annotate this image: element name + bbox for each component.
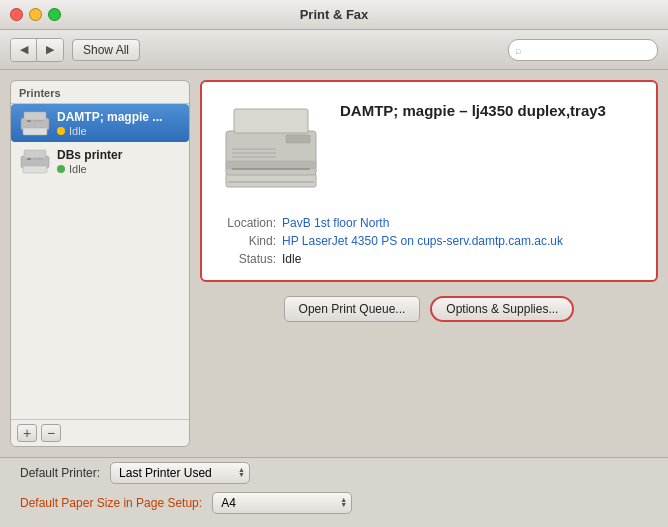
svg-rect-1 xyxy=(24,112,46,120)
status-dot-2 xyxy=(57,165,65,173)
printers-bottom-bar: + − xyxy=(11,419,189,446)
location-label: Location: xyxy=(216,216,276,230)
open-print-queue-button[interactable]: Open Print Queue... xyxy=(284,296,421,322)
printer-name-2: DBs printer xyxy=(57,148,181,162)
printer-image-area xyxy=(216,96,326,206)
default-printer-select-wrapper: Last Printer Used DAMTP; magpie ... DBs … xyxy=(110,462,250,484)
options-supplies-button[interactable]: Options & Supplies... xyxy=(430,296,574,322)
forward-button[interactable]: ▶ xyxy=(37,39,63,61)
default-paper-label: Default Paper Size in Page Setup: xyxy=(20,496,202,510)
printer-info-1: DAMTP; magpie ... Idle xyxy=(57,110,181,137)
status-value: Idle xyxy=(282,252,301,266)
kind-row: Kind: HP LaserJet 4350 PS on cups-serv.d… xyxy=(216,234,642,248)
printer-detail-name: DAMTP; magpie – lj4350 duplex,tray3 xyxy=(340,102,642,119)
kind-label: Kind: xyxy=(216,234,276,248)
svg-rect-13 xyxy=(226,161,316,169)
printers-header: Printers xyxy=(11,81,189,104)
default-printer-label: Default Printer: xyxy=(20,466,100,480)
svg-rect-14 xyxy=(286,135,310,143)
back-button[interactable]: ◀ xyxy=(11,39,37,61)
svg-rect-9 xyxy=(33,158,43,160)
search-icon: ⌕ xyxy=(515,44,522,56)
printers-list: DAMTP; magpie ... Idle xyxy=(11,104,189,419)
window-title: Print & Fax xyxy=(300,7,369,22)
search-box: ⌕ xyxy=(508,39,658,61)
kind-value: HP LaserJet 4350 PS on cups-serv.damtp.c… xyxy=(282,234,563,248)
printer-svg-1 xyxy=(19,109,51,137)
status-dot-1 xyxy=(57,127,65,135)
printer-icon-2 xyxy=(19,147,51,175)
svg-rect-2 xyxy=(23,128,47,135)
status-row: Status: Idle xyxy=(216,252,642,266)
svg-rect-3 xyxy=(27,120,31,122)
nav-button-group: ◀ ▶ xyxy=(10,38,64,62)
printer-detail-info: Location: PavB 1st floor North Kind: HP … xyxy=(216,216,642,266)
traffic-lights xyxy=(10,8,61,21)
default-printer-select[interactable]: Last Printer Used DAMTP; magpie ... DBs … xyxy=(110,462,250,484)
show-all-button[interactable]: Show All xyxy=(72,39,140,61)
svg-rect-18 xyxy=(232,168,310,170)
printer-icon-1 xyxy=(19,109,51,137)
default-paper-row: Default Paper Size in Page Setup: A4 US … xyxy=(20,492,648,514)
printer-svg-2 xyxy=(19,147,51,175)
svg-rect-12 xyxy=(234,109,308,133)
maximize-button[interactable] xyxy=(48,8,61,21)
printer-large-svg xyxy=(216,101,326,201)
default-paper-select[interactable]: A4 US Letter Legal xyxy=(212,492,352,514)
default-printer-row: Default Printer: Last Printer Used DAMTP… xyxy=(20,462,648,484)
close-button[interactable] xyxy=(10,8,23,21)
printer-status-row-1: Idle xyxy=(57,125,181,137)
search-input[interactable] xyxy=(508,39,658,61)
default-paper-select-wrapper: A4 US Letter Legal ▲▼ xyxy=(212,492,352,514)
title-bar: Print & Fax xyxy=(0,0,668,30)
printer-status-text-1: Idle xyxy=(69,125,87,137)
location-row: Location: PavB 1st floor North xyxy=(216,216,642,230)
printer-item-1[interactable]: DAMTP; magpie ... Idle xyxy=(11,104,189,142)
bottom-area: Default Printer: Last Printer Used DAMTP… xyxy=(0,457,668,527)
svg-rect-7 xyxy=(23,166,47,173)
location-value: PavB 1st floor North xyxy=(282,216,389,230)
add-printer-button[interactable]: + xyxy=(17,424,37,442)
printer-item-2[interactable]: DBs printer Idle xyxy=(11,142,189,180)
printer-status-row-2: Idle xyxy=(57,163,181,175)
svg-rect-8 xyxy=(27,158,31,160)
printer-info-2: DBs printer Idle xyxy=(57,148,181,175)
printer-status-text-2: Idle xyxy=(69,163,87,175)
printers-panel: Printers DAMTP; magpie ... xyxy=(10,80,190,447)
printer-detail-top: DAMTP; magpie – lj4350 duplex,tray3 xyxy=(216,96,642,206)
toolbar: ◀ ▶ Show All ⌕ xyxy=(0,30,668,70)
printer-detail-text-area: DAMTP; magpie – lj4350 duplex,tray3 xyxy=(340,96,642,125)
svg-rect-4 xyxy=(33,120,43,122)
svg-rect-6 xyxy=(24,150,46,158)
detail-panel: DAMTP; magpie – lj4350 duplex,tray3 Loca… xyxy=(200,80,658,447)
printer-detail-card: DAMTP; magpie – lj4350 duplex,tray3 Loca… xyxy=(200,80,658,282)
printer-name-1: DAMTP; magpie ... xyxy=(57,110,181,124)
status-label: Status: xyxy=(216,252,276,266)
minimize-button[interactable] xyxy=(29,8,42,21)
main-content: Printers DAMTP; magpie ... xyxy=(0,70,668,457)
svg-rect-19 xyxy=(228,181,314,183)
remove-printer-button[interactable]: − xyxy=(41,424,61,442)
detail-buttons: Open Print Queue... Options & Supplies..… xyxy=(200,296,658,322)
